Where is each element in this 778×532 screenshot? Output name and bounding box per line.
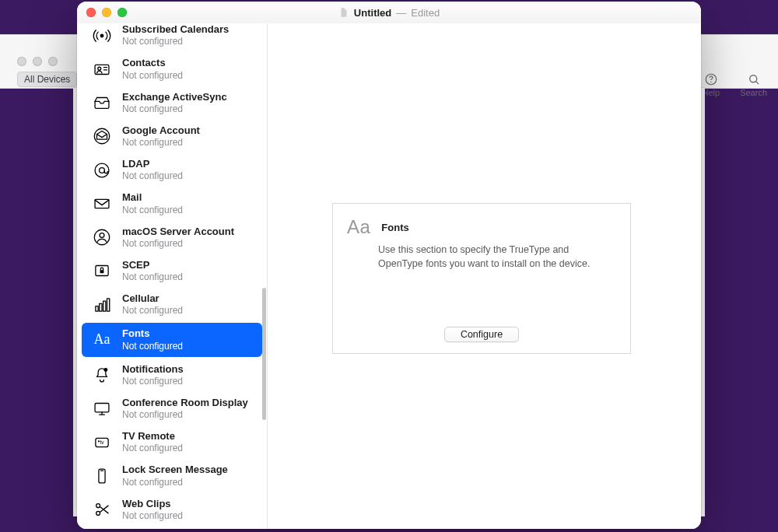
document-icon (338, 7, 349, 18)
svg-line-3 (755, 82, 758, 84)
scissors-icon (91, 499, 113, 520)
traffic-lights (86, 8, 127, 17)
sidebar-item-contacts[interactable]: ContactsNot configured (77, 52, 267, 86)
toolbar-search-label: Search (740, 88, 767, 97)
sidebar-item-title: Fonts (122, 327, 183, 340)
svg-point-19 (103, 368, 107, 372)
sealed-envelope-icon (91, 125, 113, 147)
parent-traffic-lights (17, 57, 58, 66)
sidebar-item-cellular[interactable]: CellularNot configured (77, 288, 267, 321)
sidebar-item-conference-room[interactable]: Conference Room DisplayNot configured (77, 392, 267, 425)
sidebar-item-subtitle: Not configured (122, 443, 183, 454)
sidebar-item-subtitle: Not configured (122, 36, 229, 47)
envelope-icon (91, 193, 113, 215)
phone-icon (91, 465, 113, 487)
fonts-glyph-icon: Aa (347, 216, 370, 238)
sidebar-item-fonts[interactable]: AaFontsNot configured (82, 323, 262, 356)
sidebar-item-subtitle: Not configured (122, 510, 183, 522)
sidebar-item-title: Cellular (122, 292, 183, 305)
parent-traffic-dot (17, 57, 26, 66)
sidebar-item-subtitle: Not configured (122, 103, 227, 115)
svg-point-1 (710, 82, 711, 82)
svg-point-8 (95, 163, 109, 177)
sidebar-item-title: Conference Room Display (122, 397, 248, 409)
sidebar-item-title: Exchange ActiveSync (122, 91, 227, 103)
svg-rect-10 (95, 199, 109, 208)
svg-rect-15 (96, 306, 98, 311)
svg-rect-20 (95, 404, 109, 412)
sidebar-item-subtitle: Not configured (122, 205, 183, 216)
parent-traffic-dot (48, 57, 58, 66)
svg-point-12 (100, 233, 104, 238)
sidebar-item-ldap[interactable]: LDAPNot configured (77, 153, 267, 187)
minimize-button[interactable] (102, 8, 111, 17)
bell-icon (91, 364, 113, 386)
document-name: Untitled (354, 7, 391, 19)
person-circle-icon (91, 226, 113, 248)
payload-card-title: Fonts (381, 216, 408, 238)
sidebar-item-title: Google Account (122, 124, 200, 137)
sidebar-item-title: macOS Server Account (122, 226, 234, 238)
sidebar-item-tv-remote[interactable]: tvTV RemoteNot configured (77, 425, 267, 459)
svg-point-6 (98, 67, 101, 70)
sidebar-item-macos-server[interactable]: macOS Server AccountNot configured (77, 221, 267, 254)
close-button[interactable] (86, 8, 96, 17)
window-titlebar: Untitled — Edited (77, 2, 701, 24)
document-state: Edited (411, 7, 440, 19)
svg-point-4 (100, 33, 104, 37)
tray-icon (91, 92, 113, 114)
payload-card-description: Use this section to specify the TrueType… (333, 238, 630, 271)
zoom-button[interactable] (117, 8, 127, 17)
sidebar-item-title: Contacts (122, 57, 183, 69)
all-devices-chip[interactable]: All Devices (17, 72, 77, 87)
sidebar-item-title: TV Remote (122, 430, 183, 443)
svg-rect-16 (100, 303, 102, 311)
sidebar-item-title: LDAP (122, 158, 183, 170)
profile-editor-window: Untitled — Edited Subscribed CalendarsNo… (77, 2, 701, 529)
payload-content: Aa Fonts Use this section to specify the… (268, 23, 701, 529)
svg-rect-17 (103, 301, 106, 311)
sidebar-item-scep[interactable]: SCEPNot configured (77, 254, 267, 288)
bars-icon (91, 294, 113, 316)
configure-button[interactable]: Configure (444, 327, 519, 342)
sidebar-item-title: Lock Screen Message (122, 464, 228, 476)
help-icon (704, 72, 718, 86)
sidebar-item-exchange-activesync[interactable]: Exchange ActiveSyncNot configured (77, 86, 267, 120)
parent-traffic-dot (33, 57, 42, 66)
search-icon (747, 72, 761, 86)
sidebar-item-title: Notifications (122, 363, 184, 376)
at-icon (91, 159, 113, 181)
window-title: Untitled — Edited (338, 7, 440, 19)
sidebar-item-subscribed-calendars[interactable]: Subscribed CalendarsNot configured (77, 23, 267, 52)
lock-badge-icon (91, 260, 113, 282)
sidebar-item-subtitle: Not configured (122, 477, 228, 488)
svg-rect-24 (99, 469, 105, 483)
card-icon (91, 58, 113, 80)
appletv-icon: tv (91, 432, 113, 453)
sidebar-item-web-clips[interactable]: Web ClipsNot configured (77, 493, 267, 527)
sidebar-item-title: Subscribed Calendars (122, 23, 229, 36)
toolbar-search[interactable]: Search (740, 72, 767, 97)
sidebar-item-subtitle: Not configured (122, 271, 183, 283)
sidebar-item-notifications[interactable]: NotificationsNot configured (77, 359, 267, 392)
sidebar-item-subtitle: Not configured (122, 409, 248, 421)
payload-card-fonts: Aa Fonts Use this section to specify the… (332, 203, 631, 354)
broadcast-icon (91, 25, 113, 47)
sidebar-item-lock-screen-message[interactable]: Lock Screen MessageNot configured (77, 459, 267, 492)
sidebar-item-subtitle: Not configured (122, 70, 183, 82)
aa-icon: Aa (91, 329, 113, 351)
svg-rect-18 (107, 299, 110, 311)
sidebar-item-subtitle: Not configured (122, 341, 183, 352)
payload-sidebar[interactable]: Subscribed CalendarsNot configuredContac… (77, 23, 268, 529)
sidebar-item-subtitle: Not configured (122, 137, 200, 149)
display-icon (91, 397, 113, 419)
sidebar-item-title: SCEP (122, 259, 183, 271)
svg-point-2 (749, 75, 756, 82)
sidebar-item-mail[interactable]: MailNot configured (77, 187, 267, 220)
sidebar-item-google-account[interactable]: Google AccountNot configured (77, 120, 267, 153)
sidebar-item-subtitle: Not configured (122, 170, 183, 182)
sidebar-item-subtitle: Not configured (122, 238, 234, 250)
document-separator: — (396, 7, 406, 19)
svg-point-9 (100, 167, 105, 173)
sidebar-item-subtitle: Not configured (122, 376, 184, 387)
